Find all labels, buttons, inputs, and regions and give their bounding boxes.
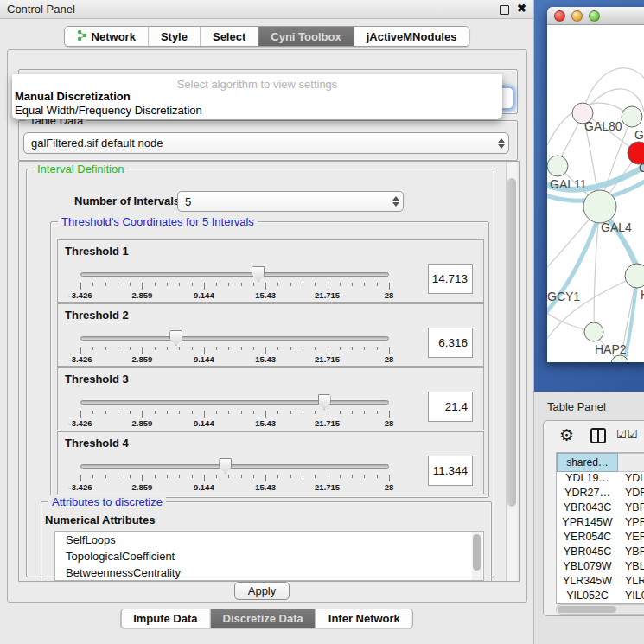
- tab-select[interactable]: Select: [200, 27, 258, 46]
- slider-tick: [352, 347, 353, 350]
- table-row[interactable]: YBL079WYBL0: [557, 560, 644, 575]
- bottom-tab-infer-network[interactable]: Infer Network: [316, 609, 412, 628]
- slider-track[interactable]: [80, 272, 389, 277]
- slider-thumb[interactable]: [219, 458, 232, 474]
- slider-tick: [328, 283, 328, 290]
- cell-shared-name[interactable]: YBL079W: [557, 560, 618, 575]
- cell-shared-name[interactable]: YDL19…: [557, 472, 618, 487]
- algorithm-option-manual-discretization[interactable]: Manual Discretization: [15, 90, 131, 103]
- network-window-titlebar[interactable]: [547, 7, 644, 25]
- table-row[interactable]: YBR043CYBR0: [557, 501, 644, 516]
- cell-name[interactable]: YER0: [618, 531, 644, 545]
- threshold-slider-3[interactable]: -3.4262.8599.14415.4321.71528: [58, 368, 483, 430]
- slider-tick: [377, 283, 378, 286]
- network-node-gal11[interactable]: [547, 156, 568, 176]
- slider-tick: [303, 347, 303, 350]
- attribute-item-betweennesscentrality[interactable]: BetweennessCentrality: [55, 564, 483, 581]
- network-canvas[interactable]: GAL80GACGAL11GAL4HGCY1HAP2: [547, 25, 644, 362]
- network-node-ga[interactable]: [622, 106, 642, 127]
- tab-jactivemnodules[interactable]: jActiveMNodules: [354, 27, 469, 46]
- numerical-attributes-list: SelfLoopsTopologicalCoefficientBetweenne…: [54, 531, 484, 581]
- float-window-icon[interactable]: [500, 5, 509, 15]
- table-horizontal-scrollbar[interactable]: [556, 604, 644, 615]
- tab-cyni-toolbox[interactable]: Cyni Toolbox: [258, 27, 353, 46]
- threshold-value-field[interactable]: 21.4: [428, 392, 473, 422]
- bottom-tab-impute-data[interactable]: Impute Data: [121, 609, 209, 628]
- column-header-shared-name[interactable]: shared…: [557, 453, 618, 472]
- apply-button[interactable]: Apply: [234, 582, 290, 600]
- slider-tick: [216, 411, 217, 414]
- close-icon[interactable]: ✖: [517, 2, 526, 15]
- attribute-item-selfloops[interactable]: SelfLoops: [55, 532, 483, 548]
- settings-scroll-area: Interval Definition Number of Intervals …: [18, 161, 520, 582]
- attribute-item-topologicalcoefficient[interactable]: TopologicalCoefficient: [55, 548, 483, 564]
- bottom-tab-discretize-data[interactable]: Discretize Data: [210, 609, 316, 628]
- table-row[interactable]: YDL19…YDL1: [557, 472, 644, 487]
- cell-shared-name[interactable]: YPR145W: [557, 516, 618, 531]
- cell-name[interactable]: YPR1: [618, 516, 644, 531]
- cell-name[interactable]: YBL0: [618, 560, 644, 575]
- slider-thumb[interactable]: [318, 394, 331, 410]
- table-row[interactable]: YBR045CYBR0: [557, 545, 644, 560]
- zoom-traffic-light-icon[interactable]: [589, 10, 600, 22]
- minimize-traffic-light-icon[interactable]: [571, 10, 583, 22]
- slider-tick-label: 21.715: [302, 290, 354, 300]
- table-toolbar: ⚙ ☑☑: [544, 421, 644, 452]
- cell-name[interactable]: YBR0: [618, 545, 644, 560]
- threshold-value-field[interactable]: 6.316: [428, 328, 473, 358]
- cell-shared-name[interactable]: YER054C: [557, 531, 618, 545]
- slider-track[interactable]: [80, 464, 389, 469]
- tab-style[interactable]: Style: [148, 27, 200, 46]
- cell-shared-name[interactable]: YBR045C: [557, 545, 618, 560]
- threshold-value-field[interactable]: 11.344: [428, 456, 473, 486]
- attributes-list-scrollbar[interactable]: [472, 532, 482, 581]
- slider-tick: [340, 475, 341, 478]
- threshold-slider-4[interactable]: -3.4262.8599.14415.4321.71528: [58, 432, 483, 494]
- cell-name[interactable]: YLR3: [618, 575, 644, 590]
- slider-tick-label: -3.426: [54, 290, 106, 300]
- tab-label: Select: [213, 30, 245, 43]
- slider-track[interactable]: [80, 400, 389, 405]
- table-row[interactable]: YDR27…YDR2: [557, 487, 644, 501]
- slider-tick: [377, 475, 378, 478]
- table-row[interactable]: YPR145WYPR1: [557, 516, 644, 531]
- slider-tick: [277, 347, 278, 350]
- table-row[interactable]: YLR345WYLR3: [557, 575, 644, 590]
- slider-thumb[interactable]: [252, 266, 265, 282]
- tab-label: Infer Network: [328, 612, 400, 625]
- slider-tick-label: 15.43: [239, 354, 291, 364]
- cell-shared-name[interactable]: YLR345W: [557, 575, 618, 590]
- columns-icon[interactable]: [590, 428, 606, 443]
- cell-name[interactable]: YDL1: [618, 472, 644, 487]
- cell-shared-name[interactable]: YIL052C: [557, 590, 618, 604]
- settings-scrollbar[interactable]: [506, 163, 517, 581]
- cell-shared-name[interactable]: YDR27…: [557, 487, 618, 501]
- cell-name[interactable]: YBR0: [618, 501, 644, 516]
- gear-icon[interactable]: ⚙: [559, 425, 574, 445]
- threshold-slider-1[interactable]: -3.4262.8599.14415.4321.71528: [58, 240, 483, 302]
- column-header-name[interactable]: n: [618, 453, 644, 472]
- slider-tick: [167, 283, 168, 286]
- table-row[interactable]: YER054CYER0: [557, 531, 644, 545]
- slider-tick: [216, 475, 217, 478]
- number-of-intervals-value: 5: [185, 195, 191, 208]
- checkbox-icons[interactable]: ☑☑: [616, 428, 638, 441]
- table-data-combobox[interactable]: galFiltered.sif default node: [23, 132, 509, 154]
- close-traffic-light-icon[interactable]: [554, 10, 565, 22]
- network-node-hap2[interactable]: [584, 322, 603, 341]
- slider-track[interactable]: [80, 336, 389, 341]
- number-of-intervals-combobox[interactable]: 5: [177, 191, 404, 212]
- network-node-gal4[interactable]: [583, 190, 616, 223]
- threshold-slider-2[interactable]: -3.4262.8599.14415.4321.71528: [58, 304, 483, 366]
- slider-tick: [265, 283, 266, 290]
- algorithm-option-equal-width-frequency-discretization[interactable]: Equal Width/Frequency Discretization: [15, 104, 202, 117]
- cell-shared-name[interactable]: YBR043C: [557, 501, 618, 516]
- tab-network[interactable]: Network: [65, 27, 148, 46]
- table-row[interactable]: YIL052CYIL0: [557, 590, 644, 604]
- network-node-h[interactable]: [625, 264, 644, 288]
- slider-thumb[interactable]: [169, 330, 182, 346]
- cell-name[interactable]: YDR2: [618, 487, 644, 501]
- table-data-group: Table Data galFiltered.sif default node: [18, 120, 518, 161]
- threshold-value-field[interactable]: 14.713: [428, 264, 473, 294]
- cell-name[interactable]: YIL0: [618, 590, 644, 604]
